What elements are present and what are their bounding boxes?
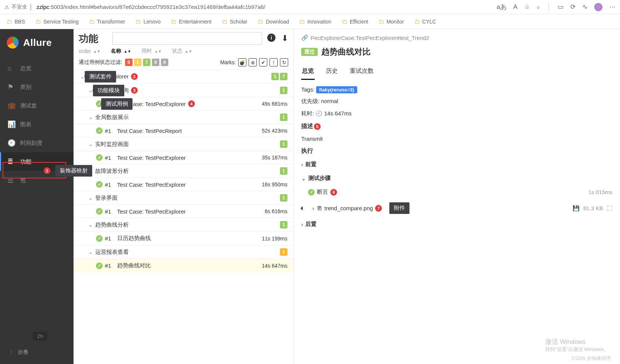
- tag-pill[interactable]: flaky(reruns=3): [316, 86, 357, 93]
- precondition-row[interactable]: › 前置: [301, 160, 613, 169]
- performance-icon[interactable]: ∿: [582, 3, 588, 11]
- case-time: 35s 187ms: [262, 155, 287, 161]
- url-field[interactable]: zzlpc:5003/index.html#behaviors/87e62cbd…: [37, 4, 493, 10]
- bookmark-cylc[interactable]: 🗀CYLC: [414, 18, 436, 25]
- tree-case[interactable]: ✓ #1 Test Case: TestPecExplorer4测试用例49s …: [74, 97, 293, 110]
- description-text: Transmit: [301, 136, 613, 142]
- mark-bomb-icon[interactable]: 💣: [238, 58, 246, 66]
- pass-icon: ✓: [96, 181, 103, 188]
- fullscreen-icon[interactable]: ⛶: [607, 205, 613, 211]
- folder-icon: 🗀: [89, 18, 95, 25]
- save-icon[interactable]: 💾: [573, 205, 580, 212]
- duration-label: 耗时:: [301, 110, 314, 116]
- tooltip-decorator: 装饰器映射: [55, 165, 92, 177]
- tab-retries[interactable]: 重试次数: [349, 63, 374, 80]
- postcondition-row[interactable]: › 后置: [301, 220, 613, 228]
- sidebar: Allure ⌂总览⚑类别💼测试套📊图表🕘时间刻度≣功能☰包 Zh 〈 折叠: [0, 29, 74, 364]
- tab-history[interactable]: 历史: [325, 63, 339, 80]
- browser-actions: aあ A ☆ ⬨ │ ▭ ⟳ ∿ ⋯: [497, 3, 616, 11]
- tree-group[interactable]: ⌄登录界面1: [74, 191, 293, 205]
- bookmark-efficient[interactable]: 🗀Efficient: [342, 18, 368, 25]
- sort-名称[interactable]: 名称▲▼: [111, 48, 131, 55]
- count-badge: 1: [280, 87, 287, 94]
- translate-icon[interactable]: aあ: [497, 3, 507, 11]
- status-count-skipped[interactable]: 0: [152, 59, 159, 66]
- folder-icon: 🗀: [378, 18, 384, 25]
- language-toggle[interactable]: Zh: [33, 332, 47, 341]
- tree-case[interactable]: ✓ #1 Test Case: TestPecExplorer6s 616ms: [74, 205, 293, 218]
- status-count-passed[interactable]: 7: [143, 59, 150, 66]
- status-count-failed[interactable]: 0: [125, 59, 133, 66]
- tags-row: Tags: flaky(reruns=3): [301, 86, 613, 93]
- collapse-sidebar[interactable]: 〈 折叠: [0, 346, 36, 359]
- collections-icon[interactable]: ▭: [558, 3, 564, 11]
- history-icon[interactable]: ⟳: [570, 3, 576, 11]
- mark-retry-icon[interactable]: ↻: [280, 58, 288, 66]
- tree-group[interactable]: ⌄运营报表查看1: [74, 245, 293, 259]
- tree-case[interactable]: ✓ #1 Test Case: TestPecExplorer16s 950ms: [74, 178, 293, 191]
- annotation-5: 5: [314, 123, 321, 130]
- annotation-6: 6: [330, 189, 337, 196]
- sort-状态[interactable]: 状态▲▼: [172, 48, 192, 55]
- duration-value: 14s 647ms: [324, 110, 352, 116]
- sort-用时[interactable]: 用时▲▼: [141, 48, 162, 55]
- divider: │: [547, 3, 551, 11]
- link-icon[interactable]: 🔗: [301, 34, 308, 41]
- info-icon[interactable]: i: [267, 34, 275, 42]
- bookmark-innovation[interactable]: 🗀Innovation: [299, 18, 331, 25]
- test-fullname: 🔗 PecExplorerCase.TestPecExplorer#test_T…: [301, 34, 613, 41]
- tree-case[interactable]: ✓ #1 趋势曲线对比14s 647ms: [74, 259, 293, 272]
- bookmark-label: Monitor: [386, 19, 404, 25]
- bookmark-download[interactable]: 🗀Download: [258, 18, 289, 25]
- tree-group[interactable]: ⌄全局数据展示1: [74, 110, 293, 124]
- assert-step[interactable]: ✓ 断言6 1s 015ms: [301, 188, 613, 196]
- sort-order[interactable]: order▲▼: [79, 48, 100, 54]
- overflow-icon[interactable]: ⋯: [609, 3, 616, 11]
- mark-check-icon[interactable]: ✔: [259, 58, 267, 66]
- bookmark-transformer[interactable]: 🗀Transformer: [89, 18, 125, 25]
- bookmark-entertainment[interactable]: 🗀Entertainment: [171, 18, 211, 25]
- favorite-icon[interactable]: ☆: [524, 3, 530, 11]
- logo[interactable]: Allure: [0, 29, 74, 56]
- tab-overview[interactable]: 总览: [301, 63, 315, 80]
- case-time: 11s 199ms: [262, 236, 287, 242]
- status-count-broken[interactable]: 1: [134, 59, 141, 66]
- folder-icon: 🗀: [171, 18, 177, 25]
- tooltip-4: 测试用例: [101, 98, 133, 110]
- tree-case[interactable]: ✓ #1 Test Case: TestPecExplorer35s 187ms: [74, 151, 293, 164]
- attachment-row[interactable]: › 🖹 trend_compare.png7 附件 💾81.3 KB ⛶: [301, 202, 613, 215]
- bookmark-service-testing[interactable]: 🗀Service Testing: [35, 18, 79, 25]
- bookmark-bbs[interactable]: 🗀BBS: [7, 18, 25, 25]
- steps-row[interactable]: ⌄ 测试步骤: [301, 174, 613, 183]
- bookmark-scholar[interactable]: 🗀Scholar: [222, 18, 247, 25]
- logo-text: Allure: [23, 37, 52, 49]
- divider: │: [29, 4, 33, 10]
- mark-cancel-icon[interactable]: ⊗: [249, 58, 257, 66]
- tree-group[interactable]: ⌄故障波形分析1: [74, 164, 293, 178]
- tree-group[interactable]: ⌄实时监控画面1: [74, 137, 293, 151]
- sidebar-item-chart[interactable]: 📊图表: [0, 115, 74, 134]
- browser-address-bar: ⚠ 不安全 │ zzlpc:5003/index.html#behaviors/…: [0, 0, 620, 14]
- bookmark-monitor[interactable]: 🗀Monitor: [378, 18, 404, 25]
- folder-icon: 🗀: [342, 18, 348, 25]
- profile-avatar[interactable]: [594, 3, 602, 11]
- tree-case[interactable]: ✓ #1 Test Case: TestPecReport52s 423ms: [74, 124, 293, 137]
- reader-icon[interactable]: A: [513, 3, 517, 11]
- status-count-unknown[interactable]: 0: [161, 59, 168, 66]
- tree-group[interactable]: ⌄事件记录查询3功能模块1: [74, 83, 293, 97]
- extensions-icon[interactable]: ⬨: [536, 3, 540, 11]
- bookmark-lenovo[interactable]: 🗀Lenovo: [135, 18, 161, 25]
- sidebar-item-clock[interactable]: 🕘时间刻度: [0, 134, 74, 152]
- tree-group[interactable]: ⌄测试PecExplorer2测试套件17: [74, 69, 293, 83]
- sidebar-item-briefcase[interactable]: 💼测试套: [0, 96, 74, 115]
- case-label: Test Case: TestPecExplorer: [117, 208, 186, 215]
- sidebar-item-home[interactable]: ⌂总览: [0, 59, 74, 78]
- warning-icon: ⚠: [4, 4, 9, 10]
- sidebar-item-flag[interactable]: ⚑类别: [0, 78, 74, 96]
- tree-group[interactable]: ⌄趋势曲线分析1: [74, 218, 293, 231]
- tree-case[interactable]: ✓ #1 日历趋势曲线11s 199ms: [74, 231, 293, 245]
- search-input[interactable]: [112, 32, 262, 45]
- download-icon[interactable]: ⬇: [281, 34, 288, 43]
- sort-icon: ▲▼: [154, 49, 162, 53]
- mark-alert-icon[interactable]: !: [270, 58, 278, 66]
